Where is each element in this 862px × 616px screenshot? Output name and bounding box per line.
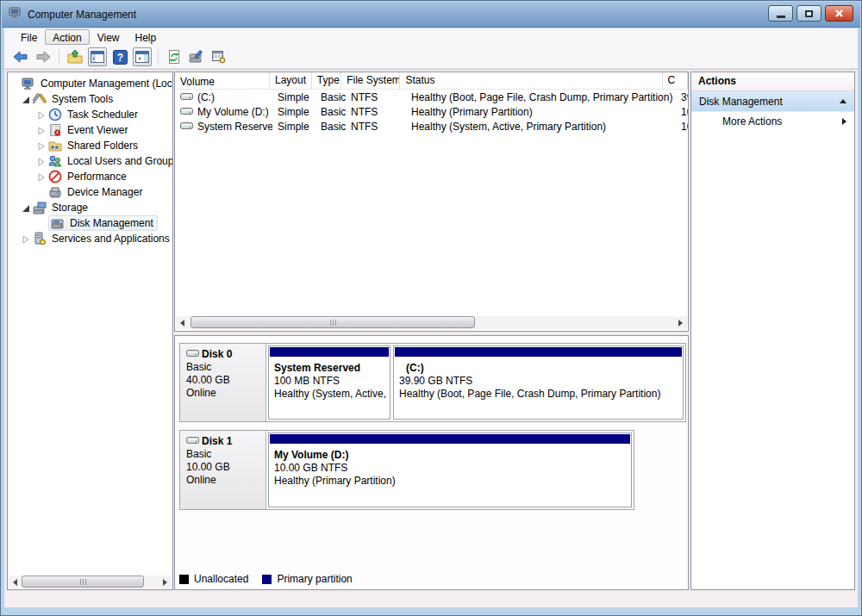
collapsed-twisty-icon[interactable] [37,110,46,119]
computer-management-window: Computer Management File Action View Hel… [0,0,862,616]
column-header-layout[interactable]: Layout [270,72,312,89]
rescan-disks-icon [189,50,204,64]
content-area: Computer Management (Local System Tools … [4,70,858,607]
toolbar-separator [158,49,159,65]
disk0-row: Disk 0 Basic 40.00 GB Online System Rese… [179,343,686,422]
performance-icon [48,170,62,184]
show-console-tree-button[interactable] [88,47,107,66]
volume-row-d[interactable]: My Volume (D:) Simple Basic NTFS Healthy… [175,104,688,119]
actions-pane-header: Actions [691,72,854,91]
collapse-group-icon[interactable] [840,99,846,103]
scroll-left-icon[interactable] [176,316,189,329]
up-folder-button[interactable] [66,47,84,66]
expanded-twisty-icon[interactable] [22,203,30,212]
collapsed-twisty-icon[interactable] [37,157,46,165]
tree-horizontal-scrollbar[interactable] [9,576,172,588]
disk-management-icon [51,216,65,230]
toolbar-separator [59,49,59,65]
settings-button[interactable] [209,47,228,66]
help-button[interactable]: ? [110,47,129,66]
disk-graphical-pane: Disk 0 Basic 40.00 GB Online System Rese… [174,335,689,590]
device-manager-icon [48,185,62,199]
tree-item-computer-management[interactable]: Computer Management (Local [9,76,172,91]
partition-my-volume-d[interactable]: My Volume (D:) 10.00 GB NTFS Healthy (Pr… [268,432,632,507]
tree-item-system-tools[interactable]: System Tools [9,91,172,107]
computer-management-app-icon [9,6,22,22]
primary-partition-color-bar [270,434,630,445]
disk-icon [186,348,200,361]
scrollbar-thumb[interactable] [22,576,144,588]
back-button[interactable] [11,47,30,66]
menu-file[interactable]: File [13,29,45,45]
menu-view[interactable]: View [90,29,128,45]
menu-action[interactable]: Action [45,29,89,45]
close-icon [834,9,844,18]
help-icon: ? [113,50,128,65]
show-action-pane-button[interactable] [133,47,152,66]
volume-row-system-reserved[interactable]: System Reserved Simple Basic NTFS Health… [175,119,688,134]
more-actions-submenu-icon[interactable] [842,118,846,125]
tree-item-performance[interactable]: Performance [9,169,172,184]
volume-list-horizontal-scrollbar[interactable] [176,316,687,329]
tree-item-shared-folders[interactable]: Shared Folders [9,138,172,153]
disk1-header[interactable]: Disk 1 Basic 10.00 GB Online [180,431,266,509]
expanded-twisty-icon[interactable] [22,95,30,103]
restore-button[interactable] [796,5,821,22]
storage-icon [33,201,47,215]
close-button[interactable] [825,5,853,22]
task-scheduler-icon [48,108,62,121]
column-header-type[interactable]: Type [312,72,341,89]
volume-list-header: Volume Layout Type File System Status C [175,72,688,90]
actions-group-disk-management[interactable]: Disk Management [691,91,854,112]
column-header-status[interactable]: Status [400,72,662,89]
tree-item-event-viewer[interactable]: Event Viewer [9,122,172,138]
up-folder-icon [67,50,83,64]
tree-item-disk-management[interactable]: Disk Management [9,215,172,231]
tree-item-storage[interactable]: Storage [9,200,172,215]
menu-bar: File Action View Help [4,28,858,46]
column-header-volume[interactable]: Volume [175,72,270,89]
column-header-file-system[interactable]: File System [341,72,400,89]
collapsed-twisty-icon[interactable] [37,126,46,134]
services-icon [33,232,47,246]
forward-button[interactable] [34,47,53,66]
volume-icon [180,106,193,118]
scroll-right-icon[interactable] [159,576,172,588]
primary-partition-color-bar [270,347,389,358]
scroll-right-icon[interactable] [674,316,687,329]
selected-tree-item-box: Disk Management [48,215,158,231]
collapsed-twisty-icon[interactable] [22,234,30,243]
collapsed-twisty-icon[interactable] [37,141,46,150]
scrollbar-thumb[interactable] [191,316,475,328]
legend-unallocated: Unallocated [179,573,248,585]
collapsed-twisty-icon[interactable] [37,172,46,181]
volume-row-c[interactable]: (C:) Simple Basic NTFS Healthy (Boot, Pa… [175,90,688,104]
column-header-capacity[interactable]: C [663,72,688,89]
partition-system-reserved[interactable]: System Reserved 100 MB NTFS Healthy (Sys… [268,345,390,420]
status-bar [4,592,858,607]
refresh-button[interactable] [165,47,184,66]
volume-list-pane: Volume Layout Type File System Status C … [174,72,689,332]
settings-icon [211,50,227,64]
legend-primary-partition: Primary partition [262,573,352,585]
title-bar[interactable]: Computer Management [2,2,860,28]
restore-icon [805,10,813,17]
tree-item-task-scheduler[interactable]: Task Scheduler [9,107,172,122]
toolbar: ? [4,46,858,69]
actions-pane: Actions Disk Management More Actions [690,72,855,590]
rescan-disks-button[interactable] [187,47,206,66]
event-viewer-icon [48,123,62,137]
users-icon [48,154,62,168]
tree-item-local-users-and-groups[interactable]: Local Users and Groups [9,153,172,169]
disk0-header[interactable]: Disk 0 Basic 40.00 GB Online [180,344,266,421]
scroll-left-icon[interactable] [9,576,22,588]
minimize-button[interactable] [768,5,793,22]
back-icon [13,50,28,64]
tree-item-services-and-applications[interactable]: Services and Applications [9,231,172,246]
more-actions-item[interactable]: More Actions [691,112,854,131]
menu-help[interactable]: Help [128,29,165,45]
tree-item-device-manager[interactable]: Device Manager [9,184,172,200]
system-tools-icon [33,92,47,106]
primary-partition-color-swatch [262,575,272,584]
partition-c[interactable]: (C:) 39.90 GB NTFS Healthy (Boot, Page F… [393,345,684,420]
